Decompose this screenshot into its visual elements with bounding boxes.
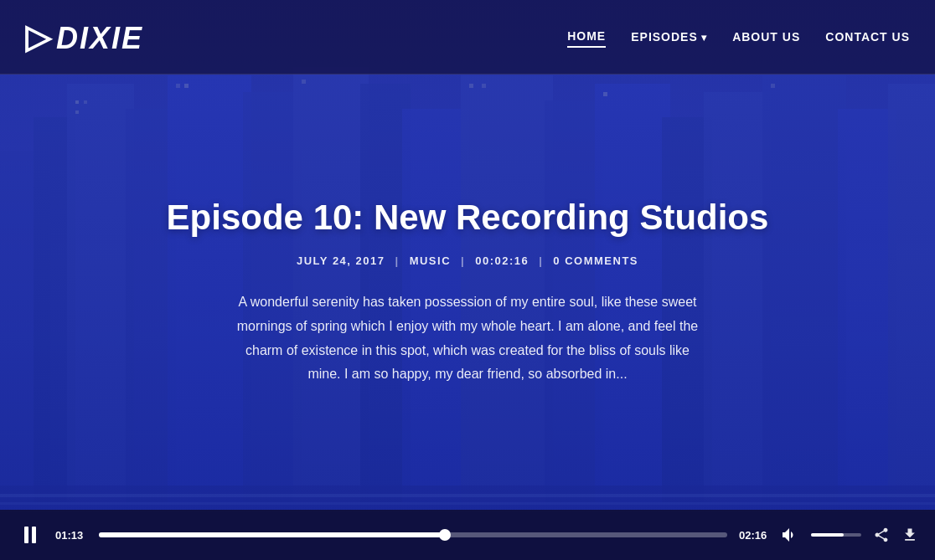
meta-sep-1: |: [395, 254, 400, 267]
logo-arrow: ▷: [25, 18, 53, 56]
main-nav: HOME EPISODES ABOUT US CONTACT US: [567, 26, 910, 48]
meta-sep-3: |: [539, 254, 543, 267]
volume-button[interactable]: [783, 527, 799, 542]
progress-thumb: [439, 529, 451, 541]
progress-fill: [99, 532, 445, 537]
time-total: 02:16: [739, 529, 771, 542]
episode-duration: 00:02:16: [475, 254, 529, 267]
nav-item-home[interactable]: HOME: [567, 26, 606, 48]
main-content: Episode 10: New Recording Studios JULY 2…: [0, 74, 935, 510]
pause-bar-left: [24, 527, 28, 543]
volume-icon: [783, 527, 799, 542]
pause-bar-right: [32, 527, 36, 543]
volume-slider[interactable]: [811, 533, 861, 537]
time-current: 01:13: [55, 529, 87, 542]
episode-comments: 0 COMMENTS: [553, 254, 638, 267]
logo-text: Dixie: [56, 21, 143, 55]
header: ▷Dixie HOME EPISODES ABOUT US CONTACT US: [0, 0, 935, 74]
download-icon: [901, 527, 918, 543]
player-bar: 01:13 02:16: [0, 510, 935, 560]
logo[interactable]: ▷Dixie: [25, 18, 143, 56]
progress-bar[interactable]: [99, 532, 727, 537]
volume-fill: [811, 533, 844, 537]
nav-item-about[interactable]: ABOUT US: [732, 27, 800, 47]
episode-title: Episode 10: New Recording Studios: [167, 198, 769, 238]
pause-button[interactable]: [17, 527, 44, 543]
nav-item-contact[interactable]: CONTACT US: [825, 27, 910, 47]
meta-sep-2: |: [461, 254, 465, 267]
episode-date: JULY 24, 2017: [297, 254, 385, 267]
share-button[interactable]: [873, 527, 890, 543]
episode-description: A wonderful serenity has taken possessio…: [233, 290, 702, 387]
nav-item-episodes[interactable]: EPISODES: [631, 27, 707, 47]
download-button[interactable]: [901, 527, 918, 543]
episode-category: MUSIC: [410, 254, 451, 267]
episode-meta: JULY 24, 2017 | MUSIC | 00:02:16 | 0 COM…: [297, 254, 638, 267]
share-icon: [873, 527, 890, 543]
pause-icon: [24, 527, 36, 543]
